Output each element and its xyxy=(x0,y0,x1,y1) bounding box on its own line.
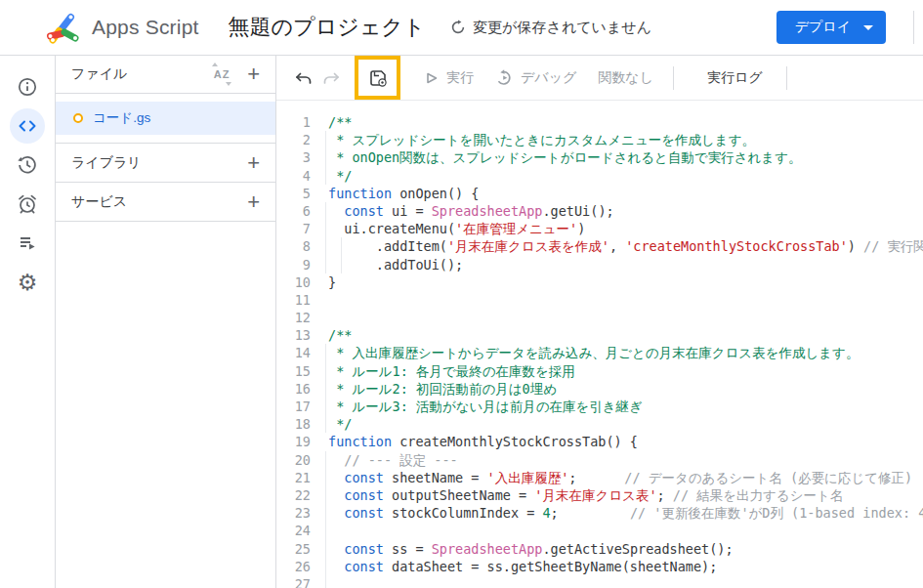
line-number: 12 xyxy=(276,309,323,326)
libraries-section[interactable]: ライブラリ + xyxy=(56,144,275,183)
function-select[interactable]: 関数なし xyxy=(598,69,653,87)
code-line[interactable]: 4 */ xyxy=(276,167,923,185)
left-rail: ⚙ xyxy=(0,56,56,588)
code-line-content: /** xyxy=(323,113,923,131)
files-header-label: ファイル xyxy=(71,65,210,83)
code-line[interactable]: 7 ui.createMenu('在庫管理メニュー') xyxy=(276,220,923,237)
code-line[interactable]: 21 const sheetName = '入出庫履歴'; // データのあるシ… xyxy=(276,469,923,486)
code-line-content xyxy=(323,291,923,309)
code-line[interactable]: 24 xyxy=(276,522,923,539)
code-line[interactable]: 18 */ xyxy=(276,415,923,433)
code-line[interactable]: 25 const ss = SpreadsheetApp.getActiveSp… xyxy=(276,540,923,558)
line-number: 13 xyxy=(276,326,323,344)
code-line[interactable]: 9 .addToUi(); xyxy=(276,256,923,273)
line-number: 19 xyxy=(276,433,323,450)
execution-log-button[interactable]: 実行ログ xyxy=(701,68,769,88)
code-line-content: * onOpen関数は、スプレッドシートがロードされると自動で実行されます。 xyxy=(323,148,923,166)
code-line-content: * 入出庫履歴シートからデータを読み込み、月ごとの月末在庫クロス表を作成します。 xyxy=(323,344,923,361)
code-line[interactable]: 16 * ルール2: 初回活動前の月は0埋め xyxy=(276,380,923,398)
line-number: 21 xyxy=(276,469,323,486)
add-file-button[interactable]: + xyxy=(245,63,262,85)
indent-guide xyxy=(325,398,326,415)
code-line[interactable]: 15 * ルール1: 各月で最終の在庫数を採用 xyxy=(276,362,923,380)
code-line[interactable]: 19function createMonthlyStockCrossTab() … xyxy=(276,433,923,450)
code-line-content: function createMonthlyStockCrossTab() { xyxy=(323,433,923,450)
indent-guide xyxy=(325,575,326,588)
line-number: 3 xyxy=(276,148,323,166)
app-name: Apps Script xyxy=(92,16,199,39)
project-history-button[interactable] xyxy=(8,146,47,185)
debug-button[interactable]: デバッグ xyxy=(495,68,576,87)
run-play-icon xyxy=(422,69,440,87)
line-number: 2 xyxy=(276,131,323,148)
code-line[interactable]: 14 * 入出庫履歴シートからデータを読み込み、月ごとの月末在庫クロス表を作成し… xyxy=(276,344,923,361)
deploy-button[interactable]: デプロイ xyxy=(776,11,886,44)
code-line[interactable]: 27 xyxy=(276,575,923,588)
editor-toolbar: 実行 デバッグ 関数なし 実行ログ xyxy=(276,56,923,101)
executions-button[interactable] xyxy=(8,224,47,263)
code-line[interactable]: 3 * onOpen関数は、スプレッドシートがロードされると自動で実行されます。 xyxy=(276,148,923,166)
code-line[interactable]: 20 // --- 設定 --- xyxy=(276,451,923,469)
run-button[interactable]: 実行 xyxy=(422,69,474,87)
file-item-code-gs[interactable]: コード.gs xyxy=(56,102,275,135)
indent-guide xyxy=(325,469,326,486)
file-name: コード.gs xyxy=(93,109,150,127)
code-line[interactable]: 23 const stockColumnIndex = 4; // '更新後在庫… xyxy=(276,504,923,522)
debug-label: デバッグ xyxy=(521,69,576,87)
sort-az-icon[interactable]: AZ xyxy=(210,65,233,83)
indent-guide xyxy=(325,486,326,504)
code-line-content: /** xyxy=(323,326,923,344)
line-number: 18 xyxy=(276,415,323,433)
add-library-button[interactable]: + xyxy=(245,152,262,174)
code-line[interactable]: 5function onOpen() { xyxy=(276,185,923,202)
info-icon xyxy=(10,69,45,105)
apps-script-logo-area[interactable]: Apps Script xyxy=(45,10,199,45)
code-line[interactable]: 22 const outputSheetName = '月末在庫クロス表'; /… xyxy=(276,486,923,504)
line-number: 10 xyxy=(276,273,323,291)
line-number: 25 xyxy=(276,540,323,558)
line-number: 26 xyxy=(276,558,323,575)
code-line[interactable]: 8 .addItem('月末在庫クロス表を作成', 'createMonthly… xyxy=(276,237,923,255)
line-number: 17 xyxy=(276,398,323,415)
indent-guide xyxy=(341,237,342,255)
code-line[interactable]: 2 * スプレッドシートを開いたときにカスタムメニューを作成します。 xyxy=(276,131,923,148)
code-line-content: } xyxy=(323,273,923,291)
code-line[interactable]: 11 xyxy=(276,291,923,309)
files-header: ファイル AZ + xyxy=(56,56,275,94)
code-line[interactable]: 26 const dataSheet = ss.getSheetByName(s… xyxy=(276,558,923,575)
undo-button[interactable] xyxy=(288,63,317,93)
code-line[interactable]: 12 xyxy=(276,309,923,326)
code-line-content: .addToUi(); xyxy=(323,256,923,273)
settings-button[interactable]: ⚙ xyxy=(8,263,47,302)
line-number: 16 xyxy=(276,380,323,398)
function-select-label: 関数なし xyxy=(598,69,653,87)
line-number: 11 xyxy=(276,291,323,309)
code-editor-button[interactable] xyxy=(8,106,47,146)
code-line[interactable]: 13/** xyxy=(276,326,923,344)
redo-button[interactable] xyxy=(317,63,347,93)
code-line[interactable]: 1/** xyxy=(276,113,923,131)
code-line[interactable]: 10} xyxy=(276,273,923,291)
indent-guide xyxy=(325,344,326,361)
code-line[interactable]: 17 * ルール3: 活動がない月は前月の在庫を引き継ぎ xyxy=(276,398,923,415)
line-number: 5 xyxy=(276,185,323,202)
triggers-button[interactable] xyxy=(8,185,47,224)
apps-script-logo-icon xyxy=(45,10,82,45)
indent-guide xyxy=(325,148,326,166)
code-line-content: * ルール1: 各月で最終の在庫数を採用 xyxy=(323,362,923,380)
code-line[interactable]: 6 const ui = SpreadsheetApp.getUi(); xyxy=(276,202,923,220)
overview-info-button[interactable] xyxy=(8,67,47,106)
code-line-content: const dataSheet = ss.getSheetByName(shee… xyxy=(323,558,923,575)
run-label: 実行 xyxy=(446,69,474,87)
code-editor-icon xyxy=(10,108,45,144)
indent-guide xyxy=(325,415,326,433)
code-line-content: const stockColumnIndex = 4; // '更新後在庫数'が… xyxy=(323,504,923,522)
add-service-button[interactable]: + xyxy=(245,191,262,213)
code-editor[interactable]: 1/**2 * スプレッドシートを開いたときにカスタムメニューを作成します。3 … xyxy=(276,101,923,588)
code-line-content: const ui = SpreadsheetApp.getUi(); xyxy=(323,202,923,220)
services-section[interactable]: サービス + xyxy=(56,183,275,222)
files-sidebar: ファイル AZ + コード.gs ライブラリ + サービス + xyxy=(56,56,276,588)
save-button[interactable] xyxy=(363,63,393,93)
line-number: 1 xyxy=(276,113,323,131)
project-title[interactable]: 無題のプロジェクト xyxy=(229,13,426,42)
